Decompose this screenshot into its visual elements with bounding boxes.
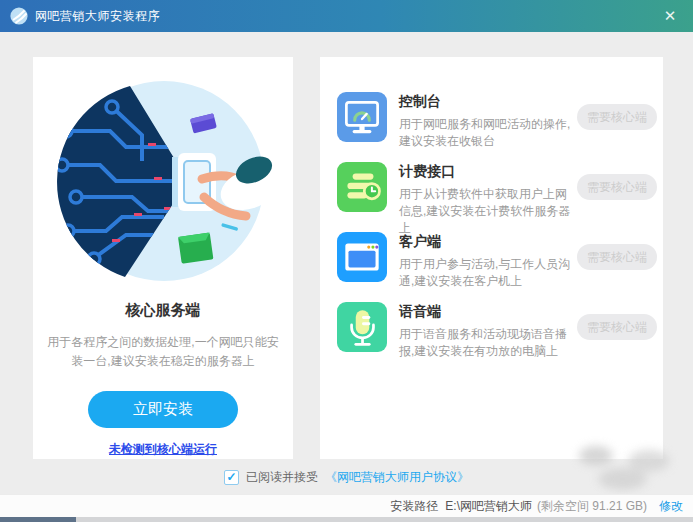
core-status-link[interactable]: 未检测到核心端运行 (33, 441, 293, 458)
agreement-link[interactable]: 《网吧营销大师用户协议》 (325, 469, 469, 486)
requires-core-badge[interactable]: 需要核心端 (577, 314, 657, 340)
install-now-button[interactable]: 立即安装 (88, 391, 238, 428)
modify-path-link[interactable]: 修改 (659, 498, 683, 515)
client-browser-icon (337, 232, 387, 282)
install-path-value: E:\网吧营销大师 (445, 498, 532, 515)
checkmark-icon: ✓ (226, 470, 236, 484)
agreement-checkbox[interactable]: ✓ (224, 470, 239, 485)
app-logo-icon (10, 7, 28, 25)
component-description: 用于语音服务和活动现场语音播报,建议安装在有功放的电脑上 (399, 326, 577, 360)
window-title: 网吧营销大师安装程序 (35, 8, 160, 25)
component-title: 控制台 (399, 93, 577, 111)
green-cube (178, 233, 213, 264)
billing-list-clock-icon (337, 162, 387, 212)
circuit-illustration (52, 69, 274, 291)
components-panel: 控制台 用于网吧服务和网吧活动的操作,建议安装在收银台 需要核心端 计费接口 用… (320, 57, 663, 459)
blurred-watermark (556, 440, 689, 492)
installer-window: 网吧营销大师安装程序 ✕ (0, 0, 693, 522)
component-title: 语音端 (399, 303, 577, 321)
component-description: 用于网吧服务和网吧活动的操作,建议安装在收银台 (399, 116, 577, 150)
footer-bar: 安装路径 E:\网吧营销大师 (剩余空间 91.21 GB) 修改 (0, 494, 693, 517)
component-title: 客户端 (399, 233, 577, 251)
window-bottom-edge-accent (0, 517, 76, 522)
agreement-label: 已阅读并接受 (246, 469, 318, 486)
requires-core-badge[interactable]: 需要核心端 (577, 244, 657, 270)
core-server-heading: 核心服务端 (33, 301, 293, 320)
voice-microphone-icon (337, 302, 387, 352)
console-monitor-gauge-icon (337, 92, 387, 142)
window-titlebar[interactable]: 网吧营销大师安装程序 ✕ (0, 0, 693, 32)
install-path-label: 安装路径 (390, 498, 438, 515)
requires-core-badge[interactable]: 需要核心端 (577, 104, 657, 130)
component-title: 计费接口 (399, 163, 577, 181)
component-row-console: 控制台 用于网吧服务和网吧活动的操作,建议安装在收银台 需要核心端 (337, 92, 649, 154)
component-row-billing: 计费接口 用于从计费软件中获取用户上网信息,建议安装在计费软件服务器上 需要核心… (337, 162, 649, 224)
close-icon[interactable]: ✕ (657, 3, 683, 29)
component-description: 用于用户参与活动,与工作人员沟通,建议安装在客户机上 (399, 256, 577, 290)
component-row-client: 客户端 用于用户参与活动,与工作人员沟通,建议安装在客户机上 需要核心端 (337, 232, 649, 294)
requires-core-badge[interactable]: 需要核心端 (577, 174, 657, 200)
core-server-description: 用于各程序之间的数据处理,一个网吧只能安装一台,建议安装在稳定的服务器上 (47, 333, 279, 371)
window-bottom-edge (0, 517, 693, 522)
free-space-text: (剩余空间 91.21 GB) (537, 498, 647, 515)
component-description: 用于从计费软件中获取用户上网信息,建议安装在计费软件服务器上 (399, 186, 577, 237)
core-server-panel: 核心服务端 用于各程序之间的数据处理,一个网吧只能安装一台,建议安装在稳定的服务… (33, 57, 293, 459)
component-row-voice: 语音端 用于语音服务和活动现场语音播报,建议安装在有功放的电脑上 需要核心端 (337, 302, 649, 364)
